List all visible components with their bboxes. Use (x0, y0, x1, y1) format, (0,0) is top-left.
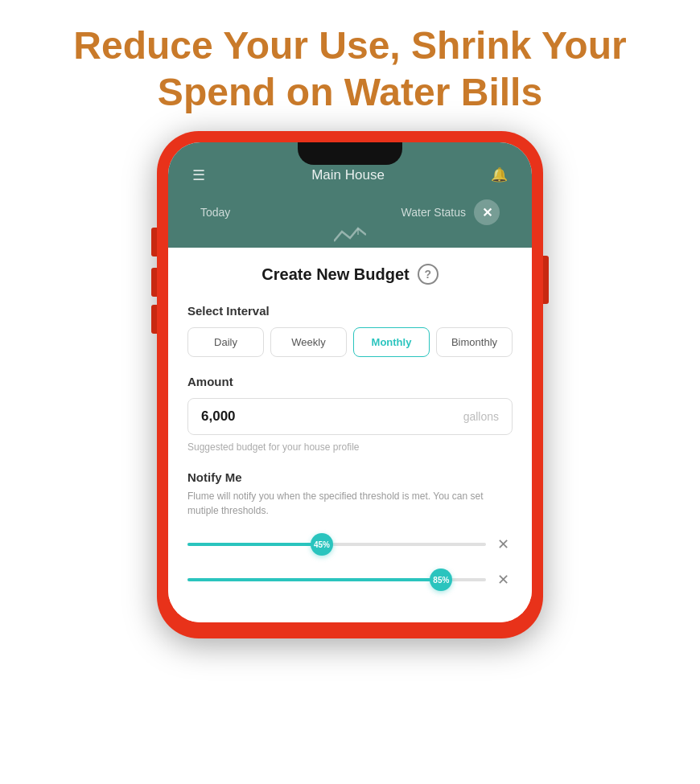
app-tabs: Today Water Status ✕ (184, 193, 516, 225)
app-title: Main House (311, 167, 385, 183)
interval-btn-daily[interactable]: Daily (187, 327, 264, 357)
close-modal-button[interactable]: ✕ (474, 199, 500, 225)
header-decoration (184, 225, 516, 248)
phone-shell: ☰ Main House 🔔 Today Water Status ✕ (157, 131, 543, 638)
slider-thumb-1[interactable]: 45% (311, 533, 333, 556)
slider-2-remove-button[interactable]: ✕ (494, 568, 513, 592)
interval-buttons: Daily Weekly Monthly Bimonthly (187, 327, 513, 357)
bell-icon[interactable]: 🔔 (491, 166, 508, 183)
slider-thumb-2[interactable]: 85% (430, 569, 452, 591)
amount-value: 6,000 (201, 408, 236, 425)
interval-btn-bimonthly[interactable]: Bimonthly (436, 327, 513, 357)
slider-row-2: 85% ✕ (187, 568, 513, 592)
interval-section-label: Select Interval (187, 304, 513, 318)
modal-title-row: Create New Budget ? (187, 264, 513, 285)
amount-section-label: Amount (187, 375, 513, 388)
slider-fill-1 (187, 543, 322, 546)
hamburger-icon[interactable]: ☰ (192, 168, 205, 183)
svg-marker-0 (357, 228, 359, 235)
slider-track-2[interactable]: 85% (187, 578, 486, 581)
amount-field[interactable]: 6,000 gallons (187, 398, 513, 435)
notify-description: Flume will notify you when the specified… (187, 489, 513, 518)
modal-content: Create New Budget ? Select Interval Dail… (168, 248, 532, 622)
slider-track-1[interactable]: 45% (187, 543, 486, 546)
tab-today[interactable]: Today (200, 206, 230, 219)
suggested-budget-text: Suggested budget for your house profile (187, 441, 513, 453)
modal-title: Create New Budget (261, 265, 409, 284)
slider-1-remove-button[interactable]: ✕ (494, 532, 513, 556)
interval-btn-weekly[interactable]: Weekly (270, 327, 347, 357)
app-nav: ☰ Main House 🔔 (184, 166, 516, 193)
phone-screen: ☰ Main House 🔔 Today Water Status ✕ (168, 142, 532, 622)
interval-btn-monthly[interactable]: Monthly (353, 327, 430, 357)
slider-fill-2 (187, 578, 441, 581)
tab-water-status[interactable]: Water Status (401, 206, 466, 219)
phone-notch (298, 142, 402, 165)
amount-unit: gallons (463, 410, 499, 423)
notify-title: Notify Me (187, 470, 513, 484)
page-headline: Reduce Your Use, Shrink Your Spend on Wa… (25, 0, 674, 131)
slider-row-1: 45% ✕ (187, 532, 513, 556)
phone-mockup: ☰ Main House 🔔 Today Water Status ✕ (157, 131, 543, 638)
help-icon[interactable]: ? (418, 264, 439, 285)
